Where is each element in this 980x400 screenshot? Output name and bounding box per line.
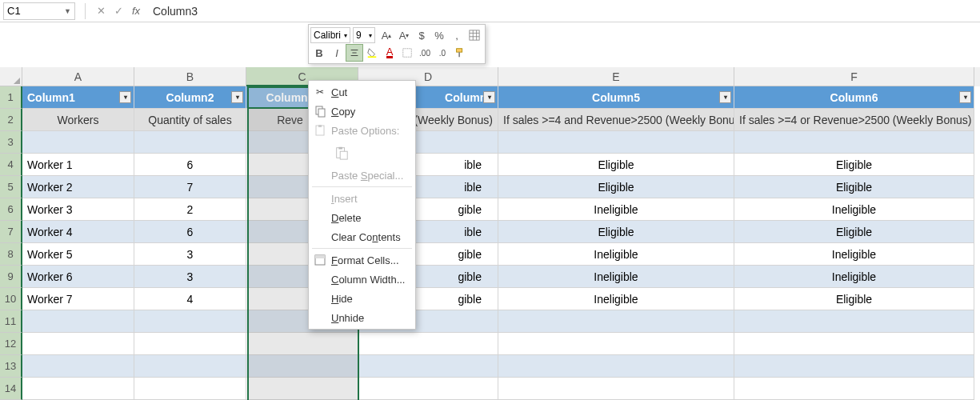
row-header[interactable]: 3 <box>0 131 22 154</box>
delete-menu-item[interactable]: Delete <box>309 208 415 227</box>
cell[interactable] <box>358 378 498 400</box>
cell[interactable] <box>22 333 134 355</box>
paste-special-menu-item[interactable]: Paste Special... <box>309 166 415 185</box>
cell[interactable] <box>134 355 246 378</box>
cell[interactable] <box>134 333 246 355</box>
cell[interactable]: Eligible <box>734 288 974 310</box>
cancel-icon[interactable]: ✕ <box>94 4 108 18</box>
format-cells-menu-item[interactable]: Format Cells... <box>309 250 415 270</box>
cell[interactable] <box>358 333 498 355</box>
cell[interactable]: Worker 7 <box>22 288 134 310</box>
cell[interactable]: 6 <box>134 221 246 243</box>
formula-value[interactable]: Column3 <box>145 5 980 18</box>
cell[interactable] <box>498 310 734 333</box>
cell[interactable]: Worker 1 <box>22 154 134 176</box>
paste-button[interactable] <box>331 142 352 163</box>
cell[interactable]: Ineligible <box>734 198 974 221</box>
cell[interactable]: Column2▾ <box>134 86 246 109</box>
comma-format-icon[interactable]: , <box>448 26 466 44</box>
filter-icon[interactable]: ▾ <box>231 91 243 103</box>
row-header[interactable]: 11 <box>0 310 22 333</box>
cell[interactable]: Ineligible <box>498 243 734 266</box>
cell[interactable]: Ineligible <box>734 243 974 266</box>
cell[interactable]: Ineligible <box>498 198 734 221</box>
cell[interactable]: Eligible <box>498 176 734 198</box>
clear-contents-menu-item[interactable]: Clear Contents <box>309 227 415 246</box>
decrease-font-icon[interactable]: A▾ <box>395 26 413 44</box>
col-header-b[interactable]: B <box>134 67 246 86</box>
cell[interactable]: 4 <box>134 288 246 310</box>
cell[interactable] <box>734 131 974 154</box>
cell[interactable]: Worker 6 <box>22 266 134 288</box>
cell[interactable]: Ineligible <box>498 288 734 310</box>
cut-menu-item[interactable]: ✂ Cut <box>309 82 415 102</box>
cell[interactable] <box>246 333 358 355</box>
name-box-dropdown-icon[interactable]: ▼ <box>64 7 71 15</box>
col-header-f[interactable]: F <box>734 67 974 86</box>
cell[interactable]: 7 <box>134 176 246 198</box>
copy-menu-item[interactable]: Copy <box>309 102 415 121</box>
align-center-icon[interactable] <box>346 44 363 62</box>
cell[interactable] <box>134 131 246 154</box>
cell[interactable] <box>358 355 498 378</box>
cell[interactable]: Ineligible <box>498 266 734 288</box>
cell[interactable]: Ineligible <box>734 266 974 288</box>
cell[interactable]: 2 <box>134 198 246 221</box>
unhide-menu-item[interactable]: Unhide <box>309 308 415 327</box>
cell[interactable]: Worker 3 <box>22 198 134 221</box>
cell[interactable] <box>134 378 246 400</box>
cell[interactable]: Quantity of sales <box>134 109 246 131</box>
cell[interactable] <box>134 310 246 333</box>
cell[interactable]: Eligible <box>734 154 974 176</box>
cell[interactable] <box>22 131 134 154</box>
row-header[interactable]: 14 <box>0 378 22 400</box>
accounting-format-icon[interactable]: $ <box>413 26 430 44</box>
cell[interactable] <box>22 355 134 378</box>
row-header[interactable]: 7 <box>0 221 22 243</box>
format-painter-icon[interactable] <box>451 44 469 62</box>
cell[interactable]: Eligible <box>498 221 734 243</box>
row-header[interactable]: 10 <box>0 288 22 310</box>
increase-font-icon[interactable]: A▴ <box>378 26 395 44</box>
cell[interactable]: 3 <box>134 243 246 266</box>
col-header-e[interactable]: E <box>498 67 734 86</box>
cell[interactable]: Eligible <box>734 221 974 243</box>
bold-button[interactable]: B <box>310 44 328 62</box>
row-header[interactable]: 5 <box>0 176 22 198</box>
increase-decimal-icon[interactable]: .00 <box>416 44 434 62</box>
cell[interactable] <box>498 378 734 400</box>
cell[interactable]: Column1▾ <box>22 86 134 109</box>
filter-icon[interactable]: ▾ <box>483 91 495 103</box>
cell[interactable]: Worker 2 <box>22 176 134 198</box>
cell[interactable]: Eligible <box>734 176 974 198</box>
cell[interactable]: Column6▾ <box>734 86 974 109</box>
percent-format-icon[interactable]: % <box>430 26 448 44</box>
row-header[interactable]: 8 <box>0 243 22 266</box>
column-width-menu-item[interactable]: Column Width... <box>309 270 415 289</box>
cell[interactable] <box>22 378 134 400</box>
cell[interactable]: If sales >=4 and Revenue>2500 (Weekly Bo… <box>498 109 734 131</box>
select-all-corner[interactable] <box>0 67 22 86</box>
row-header[interactable]: 4 <box>0 154 22 176</box>
cell[interactable] <box>22 310 134 333</box>
font-size-select[interactable]: 9▾ <box>353 27 375 43</box>
cell[interactable]: Worker 5 <box>22 243 134 266</box>
name-box[interactable]: C1 ▼ <box>3 2 75 20</box>
enter-icon[interactable]: ✓ <box>111 4 126 18</box>
cell[interactable] <box>734 333 974 355</box>
cell[interactable]: Eligible <box>498 154 734 176</box>
borders-icon[interactable] <box>398 44 416 62</box>
hide-menu-item[interactable]: Hide <box>309 289 415 308</box>
cell[interactable]: Workers <box>22 109 134 131</box>
cell[interactable] <box>498 131 734 154</box>
fill-color-icon[interactable] <box>363 44 381 62</box>
cell[interactable] <box>498 333 734 355</box>
format-table-icon[interactable] <box>466 26 483 44</box>
cell[interactable]: 3 <box>134 266 246 288</box>
cell[interactable] <box>246 355 358 378</box>
cell[interactable] <box>734 378 974 400</box>
cell[interactable] <box>734 310 974 333</box>
col-header-a[interactable]: A <box>22 67 134 86</box>
decrease-decimal-icon[interactable]: .0 <box>434 44 451 62</box>
cell[interactable] <box>498 355 734 378</box>
